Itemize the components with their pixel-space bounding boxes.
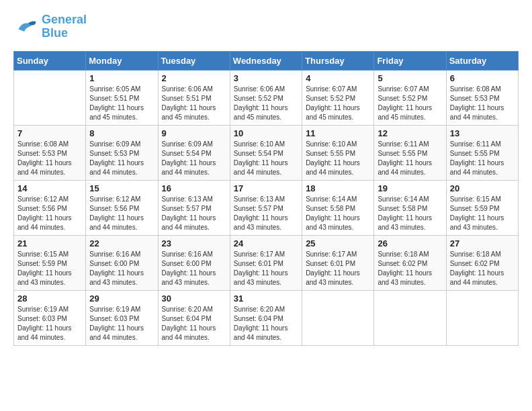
col-header-sunday: Sunday [14,51,86,70]
day-info: Sunrise: 6:06 AM Sunset: 5:51 PM Dayligh… [162,85,226,122]
day-number: 6 [450,73,515,83]
day-number: 4 [306,73,370,83]
day-number: 12 [378,128,442,138]
day-number: 2 [162,73,226,83]
day-number: 17 [234,183,298,193]
day-info: Sunrise: 6:17 AM Sunset: 6:01 PM Dayligh… [234,250,298,287]
day-info: Sunrise: 6:16 AM Sunset: 6:00 PM Dayligh… [89,250,154,287]
calendar-cell: 1Sunrise: 6:05 AM Sunset: 5:51 PM Daylig… [86,70,158,125]
logo: General Blue [13,13,87,40]
calendar-table: SundayMondayTuesdayWednesdayThursdayFrid… [13,51,519,346]
day-number: 7 [17,128,82,138]
day-number: 18 [306,183,370,193]
day-info: Sunrise: 6:10 AM Sunset: 5:55 PM Dayligh… [306,140,370,177]
calendar-week-1: 1Sunrise: 6:05 AM Sunset: 5:51 PM Daylig… [14,70,519,125]
calendar-cell: 15Sunrise: 6:12 AM Sunset: 5:56 PM Dayli… [86,180,158,235]
day-info: Sunrise: 6:16 AM Sunset: 6:00 PM Dayligh… [162,250,226,287]
day-number: 5 [378,73,442,83]
calendar-cell: 26Sunrise: 6:18 AM Sunset: 6:02 PM Dayli… [374,235,446,290]
day-info: Sunrise: 6:11 AM Sunset: 5:55 PM Dayligh… [450,140,515,177]
day-number: 25 [306,238,370,248]
calendar-cell: 11Sunrise: 6:10 AM Sunset: 5:55 PM Dayli… [302,125,374,180]
calendar-cell: 22Sunrise: 6:16 AM Sunset: 6:00 PM Dayli… [86,235,158,290]
calendar-cell: 16Sunrise: 6:13 AM Sunset: 5:57 PM Dayli… [158,180,230,235]
day-info: Sunrise: 6:05 AM Sunset: 5:51 PM Dayligh… [89,85,154,122]
logo-text: General [42,13,87,27]
calendar-cell: 27Sunrise: 6:18 AM Sunset: 6:02 PM Dayli… [446,235,518,290]
day-info: Sunrise: 6:15 AM Sunset: 5:59 PM Dayligh… [17,250,82,287]
calendar-cell: 13Sunrise: 6:11 AM Sunset: 5:55 PM Dayli… [446,125,518,180]
day-number: 3 [234,73,298,83]
calendar-week-2: 7Sunrise: 6:08 AM Sunset: 5:53 PM Daylig… [14,125,519,180]
day-info: Sunrise: 6:18 AM Sunset: 6:02 PM Dayligh… [450,250,515,287]
calendar-cell [374,290,446,345]
calendar-cell: 31Sunrise: 6:20 AM Sunset: 6:04 PM Dayli… [230,290,302,345]
day-info: Sunrise: 6:11 AM Sunset: 5:55 PM Dayligh… [378,140,442,177]
day-info: Sunrise: 6:15 AM Sunset: 5:59 PM Dayligh… [450,195,515,232]
calendar-cell: 28Sunrise: 6:19 AM Sunset: 6:03 PM Dayli… [14,290,86,345]
day-number: 16 [162,183,226,193]
calendar-cell: 29Sunrise: 6:19 AM Sunset: 6:03 PM Dayli… [86,290,158,345]
day-info: Sunrise: 6:17 AM Sunset: 6:01 PM Dayligh… [306,250,370,287]
day-info: Sunrise: 6:12 AM Sunset: 5:56 PM Dayligh… [89,195,154,232]
calendar-cell: 10Sunrise: 6:10 AM Sunset: 5:54 PM Dayli… [230,125,302,180]
day-info: Sunrise: 6:12 AM Sunset: 5:56 PM Dayligh… [17,195,82,232]
calendar-cell [14,70,86,125]
day-number: 27 [450,238,515,248]
day-number: 13 [450,128,515,138]
day-number: 15 [89,183,154,193]
day-number: 1 [89,73,154,83]
day-info: Sunrise: 6:07 AM Sunset: 5:52 PM Dayligh… [306,85,370,122]
day-number: 23 [162,238,226,248]
day-info: Sunrise: 6:06 AM Sunset: 5:52 PM Dayligh… [234,85,298,122]
calendar-cell: 9Sunrise: 6:09 AM Sunset: 5:54 PM Daylig… [158,125,230,180]
calendar-cell: 14Sunrise: 6:12 AM Sunset: 5:56 PM Dayli… [14,180,86,235]
col-header-friday: Friday [374,51,446,70]
calendar-cell: 21Sunrise: 6:15 AM Sunset: 5:59 PM Dayli… [14,235,86,290]
day-info: Sunrise: 6:09 AM Sunset: 5:54 PM Dayligh… [162,140,226,177]
day-info: Sunrise: 6:14 AM Sunset: 5:58 PM Dayligh… [378,195,442,232]
calendar-cell: 7Sunrise: 6:08 AM Sunset: 5:53 PM Daylig… [14,125,86,180]
day-number: 21 [17,238,82,248]
day-number: 11 [306,128,370,138]
day-number: 19 [378,183,442,193]
day-number: 31 [234,293,298,304]
calendar-cell: 2Sunrise: 6:06 AM Sunset: 5:51 PM Daylig… [158,70,230,125]
calendar-cell: 5Sunrise: 6:07 AM Sunset: 5:52 PM Daylig… [374,70,446,125]
logo-subtext: Blue [42,27,87,40]
calendar-cell: 24Sunrise: 6:17 AM Sunset: 6:01 PM Dayli… [230,235,302,290]
col-header-monday: Monday [86,51,158,70]
day-info: Sunrise: 6:19 AM Sunset: 6:03 PM Dayligh… [17,305,82,342]
calendar-week-3: 14Sunrise: 6:12 AM Sunset: 5:56 PM Dayli… [14,180,519,235]
day-number: 20 [450,183,515,193]
calendar-cell: 18Sunrise: 6:14 AM Sunset: 5:58 PM Dayli… [302,180,374,235]
col-header-wednesday: Wednesday [230,51,302,70]
calendar-cell: 8Sunrise: 6:09 AM Sunset: 5:53 PM Daylig… [86,125,158,180]
col-header-tuesday: Tuesday [158,51,230,70]
day-number: 30 [162,293,226,304]
page-header: General Blue [13,13,519,40]
calendar-cell: 4Sunrise: 6:07 AM Sunset: 5:52 PM Daylig… [302,70,374,125]
calendar-week-5: 28Sunrise: 6:19 AM Sunset: 6:03 PM Dayli… [14,290,519,345]
day-info: Sunrise: 6:20 AM Sunset: 6:04 PM Dayligh… [234,305,298,342]
day-info: Sunrise: 6:13 AM Sunset: 5:57 PM Dayligh… [162,195,226,232]
calendar-cell: 12Sunrise: 6:11 AM Sunset: 5:55 PM Dayli… [374,125,446,180]
day-info: Sunrise: 6:08 AM Sunset: 5:53 PM Dayligh… [450,85,515,122]
day-number: 14 [17,183,82,193]
day-number: 24 [234,238,298,248]
col-header-saturday: Saturday [446,51,518,70]
calendar-cell: 6Sunrise: 6:08 AM Sunset: 5:53 PM Daylig… [446,70,518,125]
calendar-cell: 30Sunrise: 6:20 AM Sunset: 6:04 PM Dayli… [158,290,230,345]
calendar-header-row: SundayMondayTuesdayWednesdayThursdayFrid… [14,51,519,70]
day-number: 29 [89,293,154,304]
day-info: Sunrise: 6:14 AM Sunset: 5:58 PM Dayligh… [306,195,370,232]
day-number: 22 [89,238,154,248]
day-info: Sunrise: 6:13 AM Sunset: 5:57 PM Dayligh… [234,195,298,232]
calendar-cell [446,290,518,345]
logo-bird-icon [13,17,38,36]
calendar-cell: 17Sunrise: 6:13 AM Sunset: 5:57 PM Dayli… [230,180,302,235]
day-info: Sunrise: 6:19 AM Sunset: 6:03 PM Dayligh… [89,305,154,342]
day-info: Sunrise: 6:18 AM Sunset: 6:02 PM Dayligh… [378,250,442,287]
day-number: 8 [89,128,154,138]
day-info: Sunrise: 6:07 AM Sunset: 5:52 PM Dayligh… [378,85,442,122]
